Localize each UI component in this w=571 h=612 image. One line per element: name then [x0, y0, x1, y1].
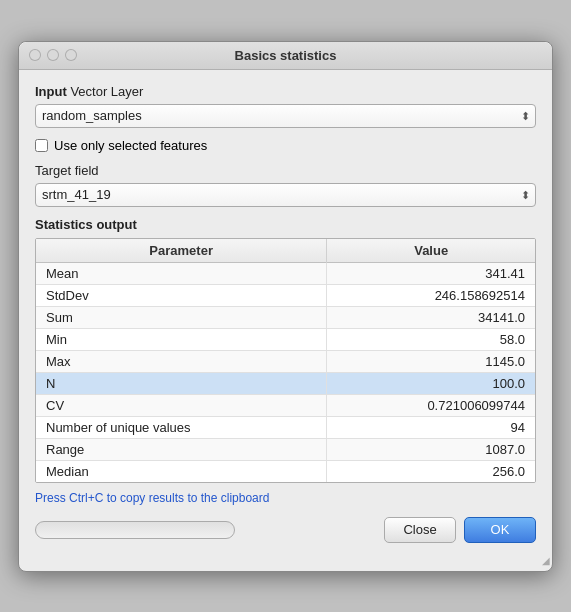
table-header-row: Parameter Value: [36, 239, 535, 263]
table-row: Min58.0: [36, 328, 535, 350]
ok-button[interactable]: OK: [464, 517, 536, 543]
table-cell-value: 341.41: [327, 262, 535, 284]
progress-bar: [35, 521, 235, 539]
table-row: StdDev246.158692514: [36, 284, 535, 306]
resize-handle[interactable]: ◢: [536, 555, 550, 569]
use-selected-checkbox[interactable]: [35, 139, 48, 152]
table-cell-param: Range: [36, 438, 327, 460]
target-field-label-text: Target field: [35, 163, 99, 178]
table-cell-value: 246.158692514: [327, 284, 535, 306]
close-traffic-light[interactable]: [29, 49, 41, 61]
table-cell-value: 34141.0: [327, 306, 535, 328]
table-cell-value: 256.0: [327, 460, 535, 482]
bottom-bar: Close OK: [35, 517, 536, 557]
statistics-table-container: Parameter Value Mean341.41StdDev246.1586…: [35, 238, 536, 483]
table-cell-param: CV: [36, 394, 327, 416]
table-cell-param: Median: [36, 460, 327, 482]
table-cell-param: N: [36, 372, 327, 394]
checkbox-row: Use only selected features: [35, 138, 536, 153]
table-cell-param: Mean: [36, 262, 327, 284]
titlebar: Basics statistics: [19, 42, 552, 70]
col-param-header: Parameter: [36, 239, 327, 263]
checkbox-label: Use only selected features: [54, 138, 207, 153]
table-row: Median256.0: [36, 460, 535, 482]
table-cell-value: 58.0: [327, 328, 535, 350]
table-cell-param: Sum: [36, 306, 327, 328]
input-label-bold: Input: [35, 84, 67, 99]
statistics-output-label: Statistics output: [35, 217, 536, 232]
button-group: Close OK: [384, 517, 536, 543]
table-cell-param: Min: [36, 328, 327, 350]
window-title: Basics statistics: [235, 48, 337, 63]
maximize-traffic-light[interactable]: [65, 49, 77, 61]
input-layer-label: Input Vector Layer: [35, 84, 536, 99]
minimize-traffic-light[interactable]: [47, 49, 59, 61]
table-row: N100.0: [36, 372, 535, 394]
main-window: Basics statistics Input Vector Layer ran…: [18, 41, 553, 572]
statistics-table: Parameter Value Mean341.41StdDev246.1586…: [36, 239, 535, 482]
table-cell-param: Max: [36, 350, 327, 372]
table-row: Max1145.0: [36, 350, 535, 372]
col-value-header: Value: [327, 239, 535, 263]
target-field-select-wrapper: srtm_41_19 ⬍: [35, 183, 536, 207]
table-cell-value: 100.0: [327, 372, 535, 394]
table-row: Number of unique values94: [36, 416, 535, 438]
table-row: CV0.721006099744: [36, 394, 535, 416]
table-row: Mean341.41: [36, 262, 535, 284]
table-cell-param: StdDev: [36, 284, 327, 306]
input-layer-select-wrapper: random_samples ⬍: [35, 104, 536, 128]
table-cell-value: 1145.0: [327, 350, 535, 372]
table-cell-value: 94: [327, 416, 535, 438]
table-cell-value: 1087.0: [327, 438, 535, 460]
copy-hint: Press Ctrl+C to copy results to the clip…: [35, 491, 536, 505]
table-body: Mean341.41StdDev246.158692514Sum34141.0M…: [36, 262, 535, 482]
content-area: Input Vector Layer random_samples ⬍ Use …: [19, 70, 552, 571]
close-button[interactable]: Close: [384, 517, 456, 543]
input-layer-select[interactable]: random_samples: [35, 104, 536, 128]
target-field-select[interactable]: srtm_41_19: [35, 183, 536, 207]
target-field-label: Target field: [35, 163, 536, 178]
table-row: Range1087.0: [36, 438, 535, 460]
traffic-lights: [29, 49, 77, 61]
table-cell-value: 0.721006099744: [327, 394, 535, 416]
table-cell-param: Number of unique values: [36, 416, 327, 438]
table-row: Sum34141.0: [36, 306, 535, 328]
